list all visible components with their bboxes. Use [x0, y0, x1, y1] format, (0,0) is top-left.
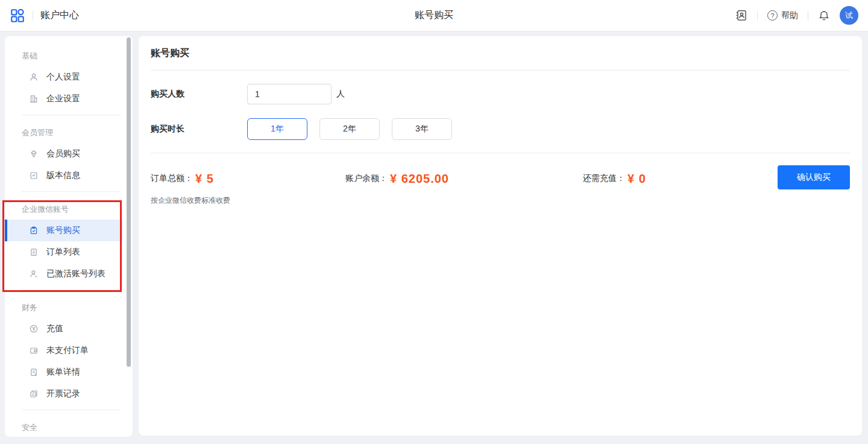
app-title: 账户中心	[40, 9, 79, 22]
recharge-needed-value: ¥ 0	[627, 172, 646, 186]
sidebar-item-label: 开票记录	[46, 388, 80, 399]
sidebar-item-order-list[interactable]: 订单列表	[5, 241, 123, 263]
sidebar-item-invoice-records[interactable]: 开票记录	[5, 383, 123, 405]
order-summary: 订单总额： ¥ 5 账户余额： ¥ 6205.00 还需充值： ¥ 0 按企业微…	[151, 153, 850, 226]
main-header: 账号购买	[151, 36, 850, 71]
help-button[interactable]: ? 帮助	[767, 10, 798, 21]
sidebar-item-label: 企业设置	[46, 94, 80, 104]
sidebar-item-label: 账单详情	[46, 367, 80, 378]
people-count-label: 购买人数	[151, 89, 247, 100]
sidebar-item-label: 账号购买	[46, 225, 80, 236]
building-icon	[29, 94, 39, 104]
wallet-icon	[29, 346, 39, 355]
duration-label: 购买时长	[151, 124, 247, 135]
main-panel: 账号购买 购买人数 人 购买时长 1年 2年 3年 订单总额： ¥ 5 账户余额…	[139, 36, 862, 436]
sidebar-item-label: 未支付订单	[46, 345, 89, 356]
clipboard-check-icon	[29, 226, 39, 235]
version-doc-icon	[29, 171, 39, 180]
sidebar-item-label: 会员购买	[46, 148, 80, 159]
sidebar-item-personal-settings[interactable]: 个人设置	[5, 66, 123, 88]
divider	[22, 115, 121, 115]
divider	[22, 410, 121, 410]
people-unit: 人	[336, 89, 345, 100]
divider	[33, 11, 33, 21]
topbar: 账户中心 账号购买 ? 帮助 试	[0, 0, 868, 31]
divider	[808, 11, 808, 21]
help-label: 帮助	[781, 10, 798, 21]
coin-yen-icon	[29, 324, 39, 334]
order-total-label: 订单总额：	[151, 173, 193, 184]
sidebar-item-label: 充值	[46, 323, 63, 334]
notification-bell-icon[interactable]	[818, 10, 830, 22]
sidebar-section-security: 安全	[22, 422, 133, 433]
confirm-purchase-button[interactable]: 确认购买	[778, 165, 850, 189]
sidebar: 基础 个人设置 企业设置 会员管理 会员购买 版本	[5, 36, 133, 437]
balance-value: ¥ 6205.00	[390, 172, 449, 186]
sidebar-section-finance: 财务	[22, 302, 133, 313]
people-count-input[interactable]	[247, 84, 332, 104]
sidebar-item-bill-details[interactable]: 账单详情	[5, 361, 123, 383]
divider	[22, 290, 121, 290]
sidebar-section-membership: 会员管理	[22, 127, 133, 138]
contacts-icon[interactable]	[735, 9, 747, 22]
sidebar-section-wecom-account: 企业微信账号	[22, 204, 133, 215]
sidebar-section-basic: 基础	[22, 51, 133, 62]
duration-option-2year[interactable]: 2年	[319, 118, 380, 140]
divider	[22, 191, 121, 192]
divider	[757, 11, 758, 21]
invoice-icon	[29, 389, 39, 399]
user-icon	[29, 72, 39, 82]
recharge-needed-label: 还需充值：	[583, 173, 625, 184]
help-icon: ?	[767, 10, 778, 21]
pricing-note: 按企业微信收费标准收费	[151, 195, 230, 206]
main-title: 账号购买	[151, 47, 189, 60]
gem-icon	[29, 149, 39, 159]
sidebar-item-recharge[interactable]: 充值	[5, 318, 123, 340]
sidebar-item-member-purchase[interactable]: 会员购买	[5, 143, 123, 165]
sidebar-item-label: 版本信息	[46, 170, 80, 181]
order-total-value: ¥ 5	[195, 172, 214, 186]
sidebar-item-version-info[interactable]: 版本信息	[5, 165, 123, 186]
sidebar-item-label: 已激活账号列表	[46, 268, 105, 279]
sidebar-item-label: 订单列表	[46, 247, 80, 258]
sidebar-item-label: 个人设置	[46, 72, 80, 83]
user-check-icon	[29, 269, 39, 279]
duration-option-1year[interactable]: 1年	[247, 118, 307, 140]
sidebar-item-account-purchase[interactable]: 账号购买	[5, 220, 123, 241]
clipboard-list-icon	[29, 247, 39, 257]
sidebar-scrollbar[interactable]	[127, 37, 131, 367]
sidebar-item-enterprise-settings[interactable]: 企业设置	[5, 88, 123, 110]
balance-label: 账户余额：	[345, 173, 388, 184]
avatar[interactable]: 试	[840, 6, 858, 25]
sidebar-item-activated-accounts[interactable]: 已激活账号列表	[5, 263, 123, 285]
bill-doc-icon	[29, 367, 39, 377]
app-grid-icon[interactable]	[10, 8, 25, 24]
sidebar-item-unpaid-orders[interactable]: 未支付订单	[5, 340, 123, 361]
duration-option-3year[interactable]: 3年	[392, 118, 452, 140]
